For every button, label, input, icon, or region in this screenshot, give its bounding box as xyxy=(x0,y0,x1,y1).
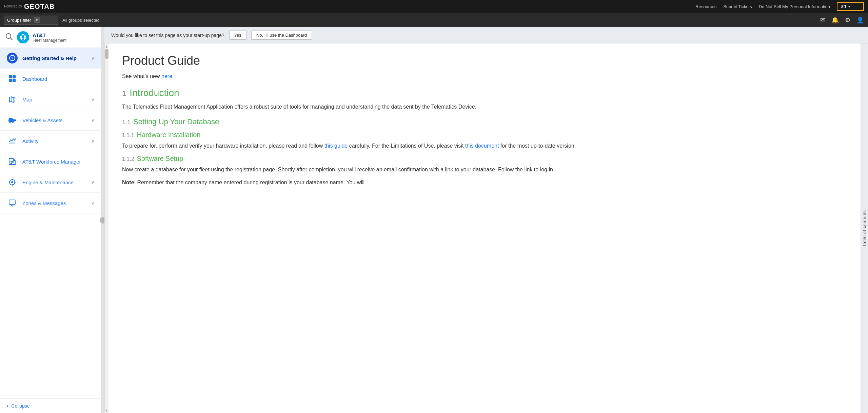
svg-rect-20 xyxy=(9,143,15,144)
section-1-body: The Telematics Fleet Management Applicat… xyxy=(122,102,847,111)
att-workforce-icon xyxy=(7,156,18,167)
section-1-1-1-header: 1.1.1 Hardware Installation xyxy=(122,131,847,139)
svg-text:?: ? xyxy=(11,56,14,60)
resources-link[interactable]: Resources xyxy=(695,4,716,9)
section-1-title: Introduction xyxy=(130,88,179,98)
filterbar: Groups filter ▾ All groups selected ✉ 🔔 … xyxy=(0,13,868,27)
all-groups-selected-text: All groups selected xyxy=(62,18,100,23)
getting-started-chevron: ∨ xyxy=(91,56,95,61)
sidebar-item-zones-messages[interactable]: Zones & Messages ∨ xyxy=(0,193,101,213)
sidebar-item-map[interactable]: Map ∨ xyxy=(0,89,101,110)
dashboard-icon xyxy=(7,73,18,84)
svg-rect-23 xyxy=(11,163,12,164)
zones-messages-chevron: ∨ xyxy=(91,201,95,206)
groups-filter-arrow[interactable]: ▾ xyxy=(34,17,40,23)
activity-icon xyxy=(7,135,18,146)
gear-icon[interactable]: ⚙ xyxy=(845,16,850,24)
groups-filter-label: Groups filter xyxy=(7,18,31,23)
section-1-1-2-header: 1.1.2 Software Setup xyxy=(122,155,847,163)
topbar-logo: Powered by GEOTAB xyxy=(4,3,58,10)
svg-point-17 xyxy=(9,121,11,123)
main-layout: AT&T Fleet Management ? Getting Started xyxy=(0,27,868,413)
guide-title: Product Guide xyxy=(122,54,847,68)
section-1-num: 1 xyxy=(122,89,126,98)
search-icon xyxy=(5,33,13,40)
sidebar-item-activity[interactable]: Activity ∨ xyxy=(0,131,101,151)
section-1-1-1-num: 1.1.1 xyxy=(122,132,134,138)
svg-point-18 xyxy=(13,121,14,123)
svg-rect-21 xyxy=(11,161,12,163)
section-1-1-header: 1.1 Setting Up Your Database xyxy=(122,117,847,126)
here-link[interactable]: here xyxy=(161,73,172,79)
startup-question-text: Would you like to set this page as your … xyxy=(111,33,224,38)
account-selector[interactable]: att ▾ xyxy=(837,2,864,11)
svg-rect-30 xyxy=(9,200,15,205)
activity-chevron: ∨ xyxy=(91,138,95,144)
toc-sidebar[interactable]: Table of contents xyxy=(861,43,868,413)
svg-rect-12 xyxy=(13,79,16,82)
zones-messages-icon xyxy=(7,198,18,208)
startup-banner: Would you like to set this page as your … xyxy=(104,27,868,43)
vehicles-assets-chevron: ∨ xyxy=(91,118,95,123)
section-1-1-2-num: 1.1.2 xyxy=(122,156,134,162)
mail-icon[interactable]: ✉ xyxy=(820,16,825,24)
section-1-header: 1 Introduction xyxy=(122,88,847,98)
getting-started-label: Getting Started & Help xyxy=(22,55,91,61)
do-not-sell-link[interactable]: Do Not Sell My Personal Information xyxy=(759,4,830,9)
account-name: att xyxy=(841,4,846,9)
att-logo-icon xyxy=(17,31,29,43)
sidebar-nav-scroll: ? Getting Started & Help ∨ Da xyxy=(0,48,101,398)
sidebar-resize-handle[interactable]: ‹ xyxy=(102,27,104,413)
att-workforce-label: AT&T Workforce Manager xyxy=(22,159,95,165)
hardware-body-prefix: To prepare for, perform and verify your … xyxy=(122,143,324,149)
note-label: Note xyxy=(122,180,134,185)
toc-label: Table of contents xyxy=(862,210,867,247)
sidebar-item-vehicles-assets[interactable]: Vehicles & Assets ∨ xyxy=(0,110,101,131)
yes-button[interactable]: Yes xyxy=(229,31,246,40)
this-document-link[interactable]: this document xyxy=(465,143,499,149)
section-1-1-title: Setting Up Your Database xyxy=(133,117,219,126)
filterbar-icons: ✉ 🔔 ⚙ 👤 xyxy=(820,16,864,24)
topbar-right: Resources Submit Tickets Do Not Sell My … xyxy=(695,2,864,11)
sidebar: AT&T Fleet Management ? Getting Started xyxy=(0,27,102,413)
sidebar-item-att-workforce[interactable]: AT&T Workforce Manager xyxy=(0,151,101,172)
scroll-down-arrow[interactable]: ▼ xyxy=(105,408,109,413)
guide-subtitle: See what's new here. xyxy=(122,73,847,79)
dashboard-label: Dashboard xyxy=(22,76,95,82)
hardware-body-mid: carefully. For the Limitations of Use, p… xyxy=(348,143,465,149)
no-dashboard-button[interactable]: No, I'll use the Dashboard xyxy=(251,31,312,40)
svg-rect-10 xyxy=(13,75,16,78)
collapse-button[interactable]: ‹ Collapse xyxy=(0,398,101,413)
scroll-track xyxy=(105,49,109,408)
engine-maintenance-label: Engine & Maintenance xyxy=(22,180,91,185)
search-button[interactable] xyxy=(5,33,13,42)
user-icon[interactable]: 👤 xyxy=(856,16,864,24)
collapse-arrow-icon: ‹ xyxy=(7,403,8,409)
powered-by-text: Powered by xyxy=(4,4,22,8)
svg-rect-22 xyxy=(12,161,14,163)
engine-maintenance-chevron: ∨ xyxy=(91,180,95,185)
guide-wrapper: ▲ ▼ Product Guide See what's new here. 1… xyxy=(104,43,868,413)
section-1-1-1-body: To prepare for, perform and verify your … xyxy=(122,142,847,150)
svg-rect-11 xyxy=(9,79,12,82)
vehicles-assets-label: Vehicles & Assets xyxy=(22,117,91,123)
sidebar-item-dashboard[interactable]: Dashboard xyxy=(0,69,101,89)
sidebar-item-engine-maintenance[interactable]: Engine & Maintenance ∨ xyxy=(0,172,101,193)
section-1-1-1-title: Hardware Installation xyxy=(137,131,201,139)
account-dropdown-arrow: ▾ xyxy=(848,5,850,8)
sidebar-item-getting-started[interactable]: ? Getting Started & Help ∨ xyxy=(0,48,101,69)
section-1-1-num: 1.1 xyxy=(122,119,131,126)
vehicles-assets-icon xyxy=(7,115,18,126)
groups-filter-select[interactable]: Groups filter ▾ xyxy=(4,16,58,25)
scroll-up-arrow[interactable]: ▲ xyxy=(105,43,109,49)
engine-maintenance-icon xyxy=(7,177,18,188)
content-area: Would you like to set this page as your … xyxy=(104,27,868,413)
svg-rect-16 xyxy=(9,118,13,120)
map-chevron: ∨ xyxy=(91,97,95,102)
submit-tickets-link[interactable]: Submit Tickets xyxy=(723,4,752,9)
subtitle-text: See what's new xyxy=(122,73,161,79)
bell-icon[interactable]: 🔔 xyxy=(831,16,839,24)
guide-scrollbar[interactable]: ▲ ▼ xyxy=(104,43,108,413)
this-guide-link[interactable]: this guide xyxy=(324,143,348,149)
getting-started-icon: ? xyxy=(7,53,18,63)
